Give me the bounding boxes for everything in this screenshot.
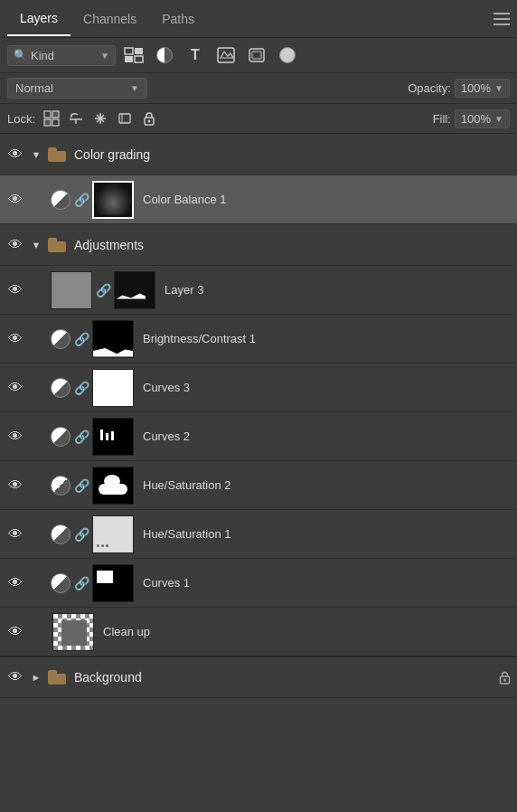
visibility-icon[interactable]: 👁 <box>5 329 25 349</box>
circle-filter-icon[interactable] <box>275 43 300 67</box>
layer-name: Hue/Saturation 2 <box>143 478 231 492</box>
expand-icon[interactable]: ▼ <box>29 147 43 162</box>
svg-point-20 <box>148 120 151 123</box>
layer-row[interactable]: 👁 ► Background <box>0 656 517 698</box>
folder-icon <box>47 669 67 685</box>
chain-icon: 🔗 <box>74 525 89 543</box>
layer-row[interactable]: 👁 Clean up <box>0 608 517 656</box>
chain-icon: 🔗 <box>74 574 89 592</box>
lock-artboard-button[interactable] <box>115 109 135 128</box>
layer-row[interactable]: 👁 ▼ Adjustments <box>0 224 517 266</box>
layer-row[interactable]: 👁 🔗 Curves 3 <box>0 364 517 412</box>
layer-mask-thumbnail <box>114 271 155 309</box>
svg-rect-17 <box>119 114 130 123</box>
tab-channels[interactable]: Channels <box>70 3 149 35</box>
svg-rect-9 <box>44 119 51 126</box>
visibility-icon[interactable]: 👁 <box>5 378 25 398</box>
lock-label: Lock: <box>7 112 35 126</box>
lock-all-button[interactable] <box>139 109 159 128</box>
blend-mode-dropdown[interactable]: Normal ▼ <box>7 78 147 99</box>
layer-name: Hue/Saturation 1 <box>143 527 231 541</box>
blend-opacity-toolbar: Normal ▼ Opacity: 100% ▼ <box>0 73 517 104</box>
smart-filter-icon[interactable] <box>244 43 269 67</box>
opacity-value[interactable]: 100% ▼ <box>455 79 510 98</box>
visibility-icon[interactable]: 👁 <box>5 427 25 447</box>
layer-name: Curves 3 <box>143 381 190 394</box>
lock-fill-toolbar: Lock: <box>0 104 517 134</box>
blend-mode-label: Normal <box>15 81 127 95</box>
filter-toolbar: 🔍 Kind ▼ T <box>0 38 517 73</box>
layer-row[interactable]: 👁 🔗 Hue/Saturation 1 <box>0 510 517 559</box>
lock-transparent-button[interactable] <box>42 109 61 128</box>
visibility-icon[interactable]: 👁 <box>5 622 25 642</box>
layer-row[interactable]: 👁 ▼ Color grading <box>0 134 517 175</box>
layer-name: Clean up <box>103 625 150 638</box>
adjustment-icon <box>51 190 70 210</box>
adjustment-icon <box>51 573 70 593</box>
visibility-icon[interactable]: 👁 <box>5 235 25 255</box>
type-filter-icon[interactable]: T <box>183 43 208 67</box>
lock-image-button[interactable] <box>66 109 86 128</box>
svg-rect-8 <box>52 111 59 118</box>
layer-thumbnail <box>52 613 94 651</box>
layer-name: Curves 1 <box>143 576 190 590</box>
layer-name: Layer 3 <box>164 283 203 297</box>
layer-row[interactable]: 👁 🔗 Brightness/Contrast 1 <box>0 315 517 364</box>
lock-icon <box>497 670 512 685</box>
adjustment-filter-icon[interactable] <box>152 43 177 67</box>
svg-rect-1 <box>135 48 143 54</box>
visibility-icon[interactable]: 👁 <box>5 476 25 496</box>
visibility-icon[interactable]: 👁 <box>5 145 25 165</box>
visibility-icon[interactable]: 👁 <box>5 280 25 300</box>
svg-rect-10 <box>52 119 59 126</box>
layer-row[interactable]: 👁 🔗 Layer 3 <box>0 266 517 315</box>
chain-icon: 🔗 <box>74 477 89 495</box>
fill-section: Fill: 100% ▼ <box>433 109 510 128</box>
visibility-icon[interactable]: 👁 <box>5 190 25 210</box>
layer-row[interactable]: 👁 🔗 Curves 2 <box>0 412 517 461</box>
layer-row[interactable]: 👁 🔗 Curves 1 <box>0 559 517 608</box>
fill-value[interactable]: 100% ▼ <box>455 109 510 128</box>
adjustment-icon <box>51 524 70 544</box>
pixel-filter-icon[interactable] <box>121 43 146 67</box>
tab-paths[interactable]: Paths <box>149 3 207 35</box>
layer-row[interactable]: 👁 🔗 Hue/Saturation 2 <box>0 461 517 510</box>
layer-name: Adjustments <box>74 238 144 252</box>
kind-dropdown[interactable]: 🔍 Kind ▼ <box>7 45 116 66</box>
panel-menu-button[interactable] <box>494 13 510 25</box>
visibility-icon[interactable]: 👁 <box>5 524 25 544</box>
visibility-icon[interactable]: 👁 <box>5 667 25 687</box>
svg-rect-7 <box>44 111 51 118</box>
layer-thumbnail <box>92 467 134 505</box>
layer-row[interactable]: 👁 🔗 Color Balance 1 <box>0 175 517 224</box>
layer-thumbnail <box>92 515 134 553</box>
opacity-label: Opacity: <box>408 81 451 95</box>
fill-label: Fill: <box>433 112 451 126</box>
expand-icon[interactable]: ▼ <box>29 238 43 252</box>
lock-position-button[interactable] <box>90 109 110 128</box>
svg-rect-2 <box>125 56 133 62</box>
blend-mode-arrow-icon: ▼ <box>130 83 139 93</box>
chain-icon: 🔗 <box>96 281 110 299</box>
fill-number: 100% <box>461 112 491 126</box>
tabs-bar: Layers Channels Paths <box>0 0 517 38</box>
tab-layers[interactable]: Layers <box>7 2 70 36</box>
layer-thumbnail <box>92 369 134 407</box>
svg-rect-6 <box>252 52 261 59</box>
opacity-section: Opacity: 100% ▼ <box>408 79 510 98</box>
opacity-arrow-icon: ▼ <box>494 83 503 93</box>
svg-rect-0 <box>125 48 133 54</box>
layer-name: Color grading <box>74 147 150 162</box>
folder-icon <box>47 146 67 163</box>
expand-icon[interactable]: ► <box>29 670 43 685</box>
layer-content <box>61 620 87 646</box>
cloud-shape <box>97 477 129 495</box>
chain-icon: 🔗 <box>74 330 89 348</box>
visibility-icon[interactable]: 👁 <box>5 573 25 593</box>
shape-filter-icon[interactable] <box>213 43 239 67</box>
layer-name: Curves 2 <box>143 430 190 443</box>
kind-arrow-icon: ▼ <box>100 51 109 61</box>
layers-list: 👁 ▼ Color grading 👁 🔗 Color Balance 1 👁 … <box>0 134 517 801</box>
layer-thumbnail <box>92 418 134 456</box>
layer-thumbnail <box>51 271 92 309</box>
